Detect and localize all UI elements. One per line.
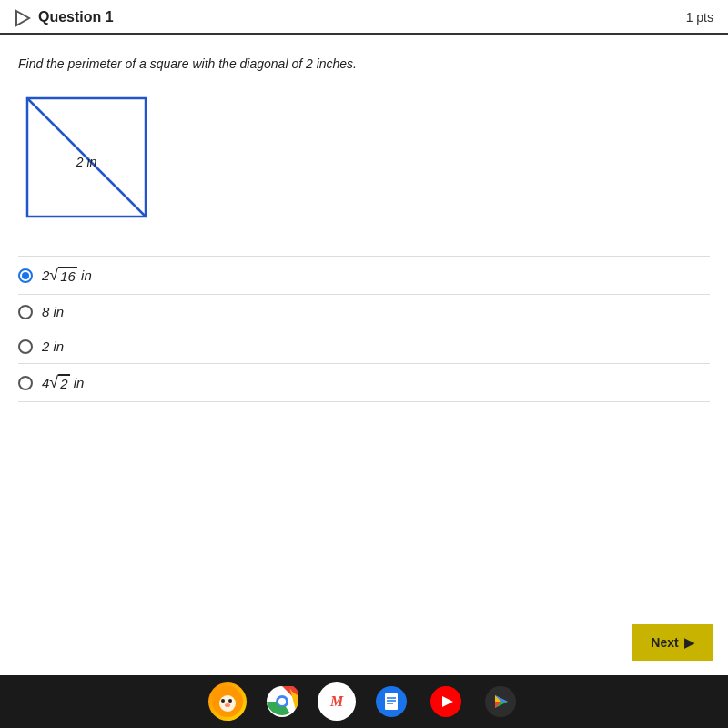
main-content: Question 1 1 pts Find the perimeter of a… <box>0 0 728 675</box>
question-body: Find the perimeter of a square with the … <box>0 35 728 610</box>
header-left: Question 1 <box>15 9 114 25</box>
answer-options: 2√16 in 8 in 2 in 4√2 in <box>18 256 710 402</box>
radio-option-2[interactable] <box>18 305 33 319</box>
svg-rect-19 <box>385 693 398 710</box>
next-button-label: Next <box>651 635 678 650</box>
option-text-1: 2√16 in <box>42 266 92 285</box>
radio-option-1[interactable] <box>18 268 33 283</box>
taskbar-icon-docs[interactable] <box>372 682 410 721</box>
svg-marker-0 <box>16 11 29 25</box>
taskbar-icon-gmail[interactable]: M <box>318 682 356 721</box>
question-text: Find the perimeter of a square with the … <box>18 56 710 71</box>
taskbar-icon-playstore[interactable] <box>481 682 520 721</box>
diagram-container: 2 in <box>18 89 710 234</box>
taskbar: M <box>0 675 728 728</box>
taskbar-icon-chrome[interactable] <box>263 682 301 721</box>
flag-icon <box>15 9 31 25</box>
option-row[interactable]: 4√2 in <box>18 364 710 402</box>
svg-point-10 <box>228 699 232 703</box>
next-btn-container: Next ▶ <box>0 610 728 675</box>
option-text-2: 8 in <box>42 304 64 319</box>
svg-point-15 <box>278 698 286 705</box>
option-row[interactable]: 8 in <box>18 295 710 329</box>
svg-point-9 <box>221 699 225 703</box>
svg-text:2 in: 2 in <box>76 155 97 169</box>
points-label: 1 pts <box>686 10 713 25</box>
radio-option-3[interactable] <box>18 339 33 354</box>
svg-point-11 <box>225 703 230 707</box>
question-title: Question 1 <box>38 9 114 25</box>
question-header: Question 1 1 pts <box>0 0 728 35</box>
option-text-3: 2 in <box>42 339 64 354</box>
next-arrow-icon: ▶ <box>684 635 694 650</box>
svg-text:M: M <box>329 693 344 709</box>
taskbar-icon-youtube[interactable] <box>427 682 465 721</box>
square-diagram: 2 in <box>18 89 164 230</box>
option-row[interactable]: 2 in <box>18 329 710 364</box>
next-button[interactable]: Next ▶ <box>632 624 713 661</box>
option-row[interactable]: 2√16 in <box>18 256 710 295</box>
taskbar-icon-shiba[interactable] <box>208 682 247 721</box>
option-text-4: 4√2 in <box>42 373 84 392</box>
radio-option-4[interactable] <box>18 376 33 390</box>
